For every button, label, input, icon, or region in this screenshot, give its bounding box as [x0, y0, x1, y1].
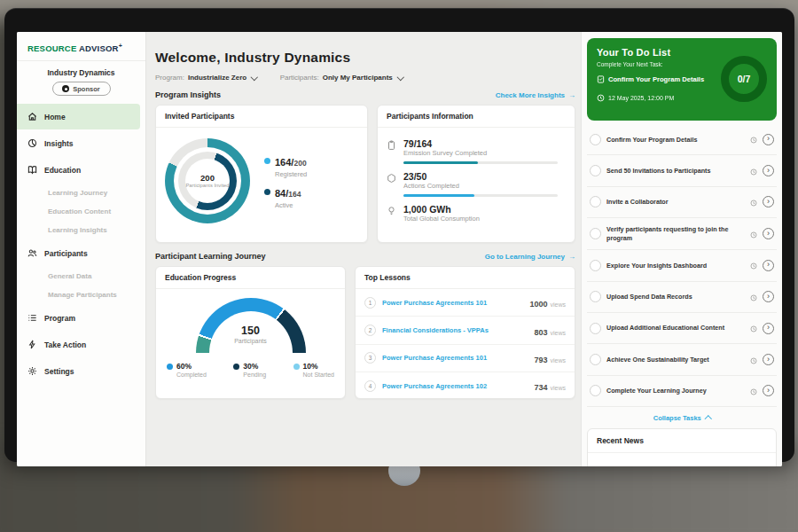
insights-icon: [27, 136, 37, 152]
views-label: views: [550, 301, 566, 308]
arrow-right-icon: →: [568, 91, 575, 99]
rank-badge: 2: [364, 325, 376, 336]
task-row[interactable]: Complete Your Learning Journey ›: [587, 376, 777, 407]
task-label: Verify participants requesting to join t…: [606, 225, 745, 242]
task-row[interactable]: Send 50 Invitations to Participants ›: [587, 155, 777, 186]
task-row[interactable]: Verify participants requesting to join t…: [587, 218, 777, 250]
task-row[interactable]: Invite a Collaborator ›: [587, 187, 777, 218]
sidebar-item-learning-insights[interactable]: Learning Insights: [17, 221, 145, 239]
go-to-learning-journey-link[interactable]: Go to Learning Journey →: [485, 253, 575, 261]
checkbox-circle[interactable]: [590, 196, 601, 207]
checkbox-circle[interactable]: [590, 323, 601, 334]
task-row[interactable]: Explore Your Insights Dashboard ›: [587, 250, 777, 281]
sidebar-item-participants[interactable]: Participants: [17, 240, 140, 266]
lesson-link[interactable]: Financial Considerations - VPPAs: [382, 326, 528, 334]
chevron-up-icon: [705, 416, 712, 423]
progress-fill: [403, 161, 478, 164]
chevron-right-icon[interactable]: ›: [763, 196, 774, 207]
sidebar-item-general-data[interactable]: General Data: [17, 267, 145, 286]
chevron-right-icon[interactable]: ›: [763, 354, 774, 365]
participants-label: Participants:: [280, 74, 319, 82]
views-count: 793: [534, 356, 547, 364]
checkbox-circle[interactable]: [590, 165, 601, 176]
bolt-icon: [27, 337, 37, 353]
sidebar-item-manage-participants[interactable]: Manage Participants: [17, 286, 145, 304]
lesson-link[interactable]: Power Purchase Agreements 102: [382, 382, 528, 390]
recent-news-title: Recent News: [588, 429, 776, 453]
sidebar-item-home[interactable]: Home: [17, 104, 140, 129]
lesson-row: 3 Power Purchase Agreements 101 793views: [356, 345, 575, 372]
section-title: Participant Learning Journey: [155, 252, 266, 261]
rank-badge: 4: [364, 380, 376, 392]
checkbox-circle[interactable]: [590, 385, 601, 396]
chevron-right-icon[interactable]: ›: [763, 323, 774, 334]
clock-icon: [750, 131, 757, 147]
chevron-right-icon[interactable]: ›: [763, 228, 774, 239]
chevron-right-icon[interactable]: ›: [763, 165, 774, 176]
lesson-row: 4 Power Purchase Agreements 102 734views: [356, 372, 575, 399]
program-dropdown[interactable]: Program: Industrialize Zero: [155, 74, 257, 82]
sponsor-badge[interactable]: Sponsor: [52, 82, 111, 96]
task-label: Upload Additional Educational Content: [606, 324, 745, 332]
sidebar-item-insights[interactable]: Insights: [17, 130, 140, 156]
task-label: Explore Your Insights Dashboard: [606, 262, 745, 270]
checkbox-circle[interactable]: [590, 134, 601, 145]
lessons-list: 1 Power Purchase Agreements 101 1000view…: [356, 289, 575, 399]
sidebar-item-take-action[interactable]: Take Action: [17, 332, 140, 357]
task-row[interactable]: Upload Spend Data Records ›: [587, 282, 777, 313]
stat-label: Actions Completed: [403, 182, 564, 190]
program-insights-header: Program Insights Check More Insights →: [155, 90, 575, 99]
stat-value: 1,000 GWh: [403, 204, 564, 215]
sponsor-icon: [62, 85, 69, 92]
gear-icon: [27, 364, 37, 379]
rank-badge: 1: [364, 297, 376, 309]
legend-value: 84/: [275, 188, 288, 199]
sponsor-label: Sponsor: [73, 85, 99, 93]
chevron-right-icon[interactable]: ›: [763, 291, 774, 302]
lesson-link[interactable]: Power Purchase Agreements 101: [382, 354, 528, 362]
lesson-link[interactable]: Power Purchase Agreements 101: [382, 299, 523, 307]
views-label: views: [550, 385, 566, 391]
list-icon: [27, 310, 37, 326]
donut-center-value: 200: [200, 173, 215, 183]
checkbox-circle[interactable]: [590, 228, 601, 239]
insights-cards: Invited Participants 200 Participants In…: [155, 105, 575, 243]
sidebar-item-label: Take Action: [44, 340, 86, 349]
participants-dropdown[interactable]: Participants: Only My Participants: [280, 74, 403, 82]
donut-outer-ring: 200 Participants Invited: [165, 138, 250, 223]
todo-panel: Your To Do List Complete Your Next Task:…: [581, 32, 782, 466]
donut-center-label: Participants Invited: [186, 183, 230, 189]
sidebar-item-education-content[interactable]: Education Content: [17, 202, 145, 221]
task-row[interactable]: Confirm Your Program Details ›: [587, 124, 777, 155]
sidebar-item-education[interactable]: Education: [17, 157, 140, 183]
task-row[interactable]: Upload Additional Educational Content ›: [587, 313, 777, 344]
legend-dot: [264, 158, 270, 164]
brand-advisor: ADVISOR: [79, 43, 119, 53]
task-row[interactable]: Achieve One Sustainability Target ›: [587, 344, 777, 375]
hexagon-icon: [387, 171, 396, 199]
views-count: 803: [534, 328, 547, 337]
legend-pct: 10%: [303, 362, 318, 371]
legend-item-not-started: 10% Not Started: [293, 362, 334, 378]
gauge-legend: 60% Completed 30% Pending 10% Not Starte…: [156, 354, 345, 378]
chevron-right-icon[interactable]: ›: [763, 134, 774, 145]
clock-icon: [750, 352, 757, 368]
sidebar-item-settings[interactable]: Settings: [17, 358, 140, 384]
card-title: Education Progress: [156, 267, 345, 289]
donut-inner-ring: 200 Participants Invited: [178, 152, 237, 210]
chevron-right-icon[interactable]: ›: [763, 385, 774, 396]
checkbox-circle[interactable]: [590, 291, 601, 302]
stat-actions-completed: 23/50 Actions Completed: [387, 171, 564, 199]
checkbox-circle[interactable]: [590, 260, 601, 271]
collapse-tasks-link[interactable]: Collapse Tasks: [587, 407, 777, 428]
chevron-right-icon[interactable]: ›: [763, 260, 774, 271]
sidebar-item-program[interactable]: Program: [17, 305, 140, 331]
gauge-center-value: 150: [196, 325, 306, 337]
progress-fill: [403, 194, 474, 197]
gauge-center-label: Participants: [196, 338, 306, 344]
sidebar-item-learning-journey[interactable]: Learning Journey: [17, 184, 145, 202]
rank-badge: 3: [364, 352, 376, 364]
checkbox-circle[interactable]: [590, 354, 601, 365]
people-icon: [27, 246, 37, 262]
check-more-insights-link[interactable]: Check More Insights →: [496, 91, 575, 99]
